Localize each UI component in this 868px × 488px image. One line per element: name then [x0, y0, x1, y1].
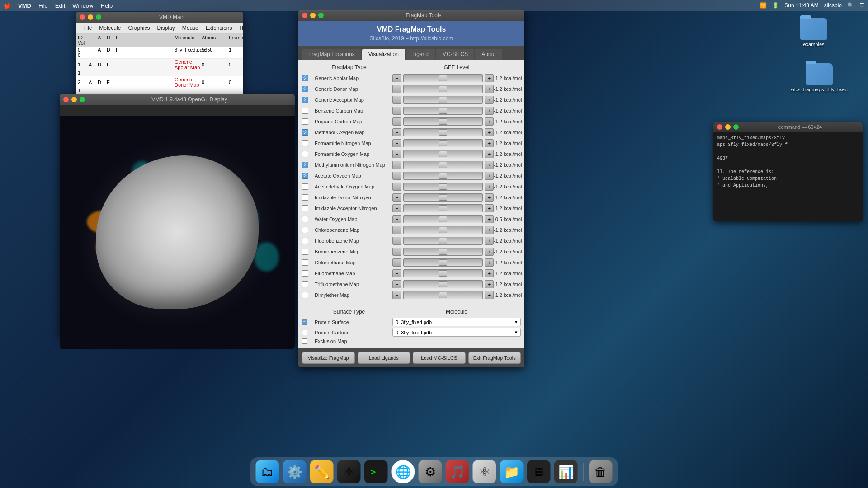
dock-finder[interactable]: 🗂: [256, 460, 279, 483]
slider-track-4[interactable]: [403, 117, 483, 126]
slider-plus-19[interactable]: +: [485, 280, 494, 288]
slider-minus-5[interactable]: −: [392, 128, 401, 136]
slider-plus-20[interactable]: +: [485, 291, 494, 299]
slider-track-5[interactable]: [403, 128, 483, 136]
map-checkbox-20[interactable]: [302, 292, 308, 298]
slider-track-14[interactable]: [403, 226, 483, 234]
map-checkbox-17[interactable]: [302, 259, 308, 266]
slider-plus-1[interactable]: +: [485, 85, 494, 93]
slider-minus-1[interactable]: −: [392, 85, 401, 93]
visualize-fragmap-button[interactable]: Visualize FragMap: [302, 352, 355, 364]
protein-cartoon-mol-dropdown[interactable]: 0: 3fly_fixed.pdb ▾: [392, 328, 521, 337]
slider-plus-15[interactable]: +: [485, 237, 494, 245]
map-checkbox-19[interactable]: [302, 281, 308, 287]
slider-minus-13[interactable]: −: [392, 215, 401, 223]
slider-plus-4[interactable]: +: [485, 117, 494, 126]
apple-menu[interactable]: 🍎: [4, 2, 11, 9]
dock-mol[interactable]: ⚛: [473, 460, 496, 483]
dock-chrome[interactable]: 🌐: [392, 460, 415, 483]
close-button[interactable]: [80, 14, 85, 20]
table-row[interactable]: 1ADF Generic Apolar Map 001: [76, 59, 243, 76]
slider-plus-11[interactable]: +: [485, 193, 494, 202]
slider-track-2[interactable]: [403, 96, 483, 104]
tab-about[interactable]: About: [475, 49, 502, 60]
slider-track-13[interactable]: [403, 215, 483, 223]
map-checkbox-16[interactable]: [302, 249, 308, 255]
search-icon[interactable]: 🔍: [847, 2, 854, 9]
slider-plus-13[interactable]: +: [485, 215, 494, 223]
slider-plus-3[interactable]: +: [485, 107, 494, 115]
table-row[interactable]: 0 T A D F 3fly_fixed.pdb 5650 1 0: [76, 47, 243, 59]
menu-window[interactable]: Window: [72, 2, 93, 9]
menu-file[interactable]: File: [38, 2, 48, 9]
vmd-menu-graphics[interactable]: Graphics: [124, 24, 153, 32]
vmd-menu-extensions[interactable]: Extensions: [202, 24, 236, 32]
terminal-close[interactable]: [717, 124, 722, 130]
slider-minus-11[interactable]: −: [392, 193, 401, 202]
map-checkbox-7[interactable]: [302, 151, 308, 157]
dock-settings[interactable]: ⚙: [419, 460, 442, 483]
tab-mc-silcs[interactable]: MC-SILCS: [436, 49, 474, 60]
slider-track-17[interactable]: [403, 258, 483, 267]
slider-minus-19[interactable]: −: [392, 280, 401, 288]
dock-trash[interactable]: 🗑: [589, 460, 613, 483]
map-checkbox-9[interactable]: ✓: [302, 173, 308, 179]
menu-edit[interactable]: Edit: [55, 2, 65, 9]
menu-extra-icon[interactable]: ☰: [859, 2, 864, 9]
map-checkbox-12[interactable]: [302, 205, 308, 211]
map-checkbox-18[interactable]: [302, 270, 308, 277]
maximize-button[interactable]: [96, 14, 101, 20]
slider-plus-5[interactable]: +: [485, 128, 494, 136]
dock-screen[interactable]: 🖥: [527, 460, 551, 483]
slider-track-18[interactable]: [403, 269, 483, 277]
slider-minus-7[interactable]: −: [392, 150, 401, 158]
slider-plus-6[interactable]: +: [485, 139, 494, 147]
slider-track-3[interactable]: [403, 107, 483, 115]
desktop-icon-examples[interactable]: examples: [796, 18, 832, 47]
slider-minus-3[interactable]: −: [392, 107, 401, 115]
vmd-menu-file[interactable]: File: [80, 24, 95, 32]
slider-plus-12[interactable]: +: [485, 204, 494, 212]
slider-plus-17[interactable]: +: [485, 258, 494, 267]
tab-fragmap-locations[interactable]: FragMap Locations: [302, 49, 361, 60]
slider-plus-18[interactable]: +: [485, 269, 494, 277]
map-checkbox-6[interactable]: [302, 140, 308, 146]
map-checkbox-4[interactable]: [302, 118, 308, 125]
tab-visualization[interactable]: Visualization: [362, 49, 405, 60]
menu-help[interactable]: Help: [101, 2, 113, 9]
tab-ligand[interactable]: Ligand: [406, 49, 435, 60]
map-checkbox-0[interactable]: ✓: [302, 75, 308, 81]
map-checkbox-13[interactable]: [302, 216, 308, 222]
slider-minus-12[interactable]: −: [392, 204, 401, 212]
vmd-menu-molecule[interactable]: Molecule: [95, 24, 124, 32]
slider-track-12[interactable]: [403, 204, 483, 212]
slider-track-20[interactable]: [403, 291, 483, 299]
opengl-maximize[interactable]: [80, 97, 85, 102]
dock-app1[interactable]: ⚙️: [283, 460, 307, 483]
slider-minus-15[interactable]: −: [392, 237, 401, 245]
protein-surface-mol-dropdown[interactable]: 0: 3fly_fixed.pdb ▾: [392, 318, 521, 326]
load-ligands-button[interactable]: Load Ligands: [358, 352, 410, 364]
slider-track-16[interactable]: [403, 248, 483, 256]
slider-plus-2[interactable]: +: [485, 96, 494, 104]
slider-plus-8[interactable]: +: [485, 161, 494, 169]
app-name[interactable]: VMD: [18, 2, 31, 9]
desktop-icon-silcs[interactable]: silcs_fragmaps_3fly_fixed: [801, 63, 837, 92]
slider-minus-17[interactable]: −: [392, 258, 401, 267]
exclusion-map-checkbox[interactable]: [302, 338, 307, 344]
slider-plus-7[interactable]: +: [485, 150, 494, 158]
protein-cartoon-checkbox[interactable]: [302, 330, 307, 335]
slider-minus-4[interactable]: −: [392, 117, 401, 126]
dock-files[interactable]: 📁: [500, 460, 524, 483]
fragmap-close[interactable]: [302, 13, 307, 18]
map-checkbox-8[interactable]: ✓: [302, 162, 308, 168]
dock-app2[interactable]: ✏️: [310, 460, 334, 483]
fragmap-maximize[interactable]: [318, 13, 324, 18]
slider-track-9[interactable]: [403, 172, 483, 180]
slider-plus-10[interactable]: +: [485, 183, 494, 191]
slider-minus-18[interactable]: −: [392, 269, 401, 277]
slider-minus-6[interactable]: −: [392, 139, 401, 147]
slider-minus-14[interactable]: −: [392, 226, 401, 234]
slider-track-1[interactable]: [403, 85, 483, 93]
slider-plus-16[interactable]: +: [485, 248, 494, 256]
